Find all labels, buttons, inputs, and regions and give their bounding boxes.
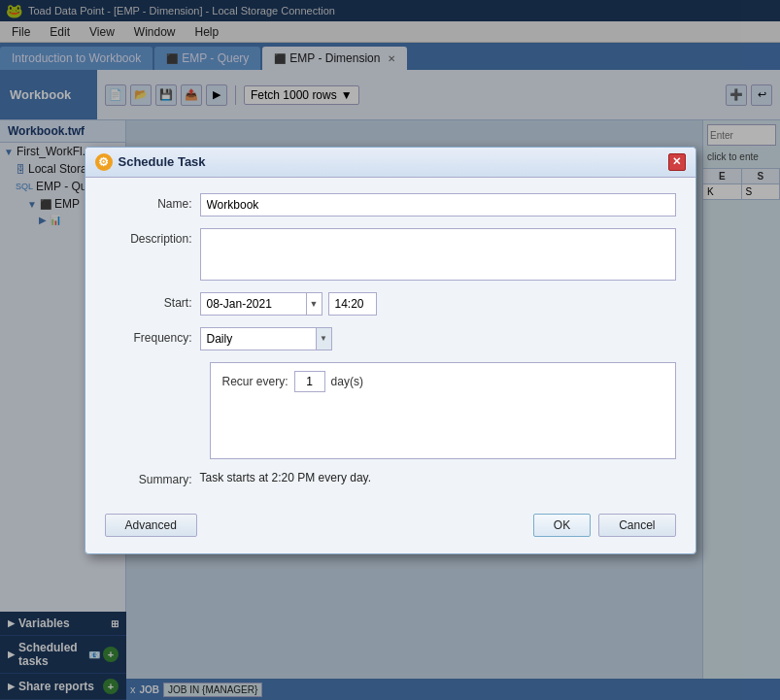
recur-every-label: Recur every: <box>222 375 288 388</box>
summary-label: Summary: <box>105 471 192 486</box>
start-row: Start: ▼ <box>105 292 676 316</box>
description-textarea[interactable] <box>200 228 676 281</box>
modal-title-icon: ⚙ <box>95 153 113 171</box>
date-picker-button[interactable]: ▼ <box>307 292 322 316</box>
summary-text: Task starts at 2:20 PM every day. <box>200 471 372 484</box>
recur-unit-label: day(s) <box>331 375 363 388</box>
advanced-button[interactable]: Advanced <box>105 514 197 537</box>
frequency-select[interactable]: Daily Weekly Monthly Once <box>200 327 317 350</box>
recur-value-input[interactable] <box>294 371 325 392</box>
description-label: Description: <box>105 228 192 246</box>
cancel-button[interactable]: Cancel <box>598 514 675 537</box>
name-label: Name: <box>105 193 192 211</box>
name-row: Name: <box>105 193 676 217</box>
modal-body: Name: Description: Start: ▼ Frequency: <box>85 178 695 502</box>
recur-box: Recur every: day(s) <box>210 362 676 459</box>
ok-button[interactable]: OK <box>533 514 591 537</box>
modal-close-button[interactable]: ✕ <box>668 153 686 171</box>
modal-titlebar: ⚙ Schedule Task ✕ <box>85 148 695 178</box>
name-input[interactable] <box>200 193 676 217</box>
frequency-select-wrapper: Daily Weekly Monthly Once ▼ <box>200 327 332 350</box>
recur-row: Recur every: day(s) <box>105 362 676 459</box>
modal-overlay: ⚙ Schedule Task ✕ Name: Description: Sta… <box>0 0 780 700</box>
start-label: Start: <box>105 292 192 310</box>
modal-title-text: Schedule Task <box>119 154 662 169</box>
schedule-task-modal: ⚙ Schedule Task ✕ Name: Description: Sta… <box>85 147 696 554</box>
frequency-row: Frequency: Daily Weekly Monthly Once ▼ <box>105 327 676 350</box>
start-date-input[interactable] <box>200 292 307 316</box>
recur-every-row: Recur every: day(s) <box>222 371 663 392</box>
summary-row: Summary: Task starts at 2:20 PM every da… <box>105 471 676 486</box>
start-time-input[interactable] <box>328 292 377 316</box>
frequency-label: Frequency: <box>105 327 192 345</box>
frequency-select-arrow[interactable]: ▼ <box>317 327 332 350</box>
gear-icon: ⚙ <box>98 155 109 169</box>
modal-footer: Advanced OK Cancel <box>85 502 695 552</box>
description-row: Description: <box>105 228 676 281</box>
